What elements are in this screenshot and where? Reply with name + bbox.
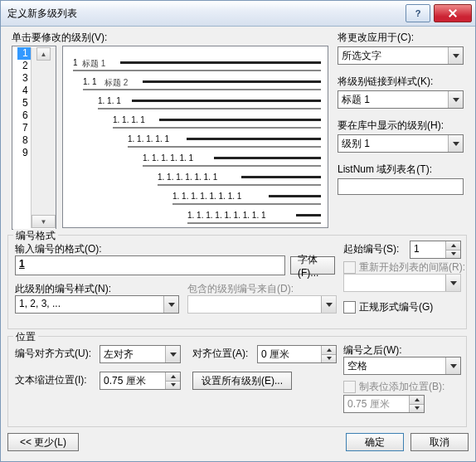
spin-up-icon[interactable] <box>322 346 336 355</box>
listnum-label: ListNum 域列表名(T): <box>338 163 464 177</box>
tab-stop-label: 制表位添加位置(B): <box>359 380 444 394</box>
enter-format-label: 输入编号的格式(O): <box>15 242 102 256</box>
chevron-down-icon <box>321 296 336 313</box>
preview-row: 1标题 1 <box>63 58 321 66</box>
spin-down-icon <box>410 405 424 413</box>
window-title: 定义新多级列表 <box>1 7 406 21</box>
spin-down-icon[interactable] <box>446 250 460 259</box>
close-icon <box>449 9 457 17</box>
preview-row: 1. 1. 1. 1 <box>63 115 321 124</box>
position-group: 位置 编号对齐方式(U): 左对齐 对齐位置(A): 0 厘米 文本缩进位置(I… <box>7 336 467 427</box>
apply-to-value: 所选文字 <box>338 47 448 64</box>
chevron-down-icon[interactable] <box>448 47 463 64</box>
aligned-at-spin[interactable]: 0 厘米 <box>257 345 337 363</box>
num-style-value: 1, 2, 3, ... <box>16 296 163 313</box>
enter-format-input[interactable]: 1 <box>15 255 285 275</box>
preview-row: 1. 1. 1. 1. 1. 1. 1. 1. 1 <box>63 211 321 219</box>
cancel-button[interactable]: 取消 <box>410 433 469 451</box>
follow-label: 编号之后(W): <box>343 343 402 357</box>
levels-scrollbar[interactable]: ▲ ▼ <box>31 47 56 228</box>
start-at-spin[interactable]: 1 <box>410 241 461 259</box>
text-indent-label: 文本缩进位置(I): <box>15 373 87 387</box>
click-level-label: 单击要修改的级别(V): <box>12 31 107 45</box>
num-style-label: 此级别的编号样式(N): <box>15 282 111 296</box>
tab-stop-spin: 0.75 厘米 <box>343 395 425 413</box>
gallery-level-combo[interactable]: 级别 1 <box>338 134 464 153</box>
help-button[interactable]: ? <box>406 4 430 22</box>
link-style-label: 将级别链接到样式(K): <box>338 75 464 89</box>
spin-up-icon <box>410 396 424 405</box>
chevron-down-icon[interactable] <box>445 357 460 374</box>
start-at-label: 起始编号(S): <box>343 242 399 256</box>
set-all-levels-button[interactable]: 设置所有级别(E)... <box>192 372 292 390</box>
ok-button[interactable]: 确定 <box>346 433 404 451</box>
include-from-combo <box>187 295 337 314</box>
restart-after-checkbox: 重新开始列表的间隔(R): <box>343 260 465 275</box>
font-button[interactable]: 字体(F)... <box>290 256 335 275</box>
apply-to-label: 将更改应用于(C): <box>338 31 464 45</box>
aligned-at-label: 对齐位置(A): <box>192 347 248 361</box>
preview-row: 1. 1. 1. 1. 1 <box>63 134 321 143</box>
start-at-value: 1 <box>410 241 445 258</box>
chevron-down-icon[interactable] <box>448 135 463 152</box>
preview-row: 1. 1. 1. 1. 1. 1. 1. 1 <box>63 192 321 200</box>
listnum-input[interactable] <box>338 178 464 195</box>
link-style-combo[interactable]: 标题 1 <box>338 90 464 109</box>
apply-to-combo[interactable]: 所选文字 <box>338 46 464 65</box>
legal-format-label: 正规形式编号(G) <box>359 300 433 314</box>
text-indent-spin[interactable]: 0.75 厘米 <box>100 372 181 390</box>
follow-combo[interactable]: 空格 <box>343 357 461 375</box>
preview-row: 1. 1. 1. 1. 1. 1 <box>63 153 321 162</box>
follow-value: 空格 <box>344 357 445 374</box>
preview-row: 1. 1. 1. 1. 1. 1. 1 <box>63 173 321 181</box>
restart-after-combo <box>343 274 461 292</box>
scroll-up-icon[interactable]: ▲ <box>36 47 51 61</box>
preview-pane: 1标题 11. 1标题 21. 1. 11. 1. 1. 11. 1. 1. 1… <box>62 46 328 228</box>
include-from-label: 包含的级别编号来自(D): <box>187 282 294 296</box>
align-combo[interactable]: 左对齐 <box>100 345 181 363</box>
number-format-legend: 编号格式 <box>13 229 58 243</box>
aligned-at-value: 0 厘米 <box>258 346 321 362</box>
legal-format-checkbox[interactable]: 正规形式编号(G) <box>343 300 433 314</box>
position-legend: 位置 <box>13 330 38 344</box>
number-format-group: 编号格式 输入编号的格式(O): 1 字体(F)... 此级别的编号样式(N):… <box>7 235 467 329</box>
less-button[interactable]: << 更少(L) <box>7 433 79 451</box>
gallery-level-label: 要在库中显示的级别(H): <box>338 119 464 133</box>
chevron-down-icon[interactable] <box>163 296 178 313</box>
title-bar: 定义新多级列表 ? <box>1 1 475 27</box>
level-listbox[interactable]: 123456789 ▲ ▼ <box>12 46 56 230</box>
spin-down-icon[interactable] <box>322 355 336 363</box>
spin-down-icon[interactable] <box>166 382 180 390</box>
include-from-value <box>188 296 321 313</box>
preview-row: 1. 1. 1 <box>63 96 321 105</box>
chevron-down-icon <box>445 275 460 291</box>
gallery-level-value: 级别 1 <box>338 135 448 152</box>
close-button[interactable] <box>434 4 472 22</box>
chevron-down-icon[interactable] <box>448 91 463 108</box>
preview-row: 1. 1标题 2 <box>63 77 321 85</box>
num-style-combo[interactable]: 1, 2, 3, ... <box>15 295 179 314</box>
restart-after-value <box>344 275 445 291</box>
scroll-down-icon[interactable]: ▼ <box>32 215 56 228</box>
tab-stop-checkbox[interactable]: 制表位添加位置(B): <box>343 380 444 394</box>
align-label: 编号对齐方式(U): <box>15 347 91 361</box>
tab-stop-value: 0.75 厘米 <box>344 396 409 412</box>
restart-after-label: 重新开始列表的间隔(R): <box>359 260 465 275</box>
spin-up-icon[interactable] <box>446 241 460 250</box>
spin-up-icon[interactable] <box>166 372 180 382</box>
chevron-down-icon[interactable] <box>165 346 180 362</box>
text-indent-value: 0.75 厘米 <box>100 372 165 389</box>
link-style-value: 标题 1 <box>338 91 448 108</box>
align-value: 左对齐 <box>100 346 165 362</box>
